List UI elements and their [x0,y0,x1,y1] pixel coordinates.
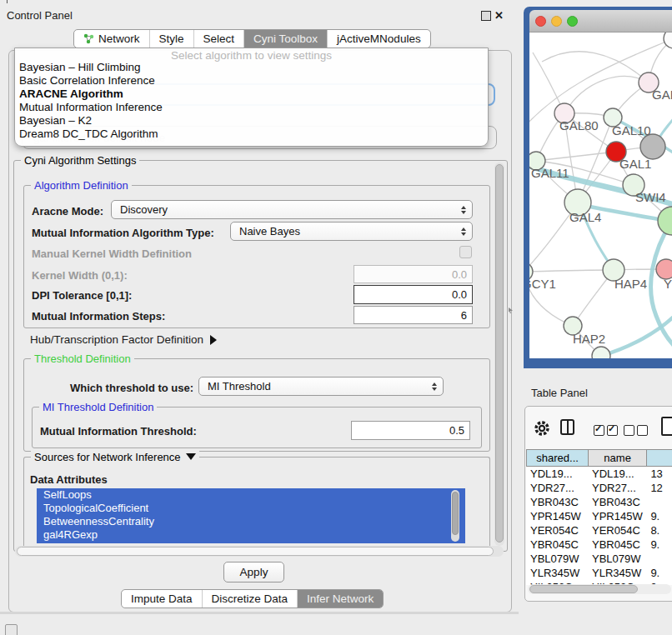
attribute-item-betweennesscentrality[interactable]: BetweennessCentrality [37,515,465,528]
table-cell: YBR043C [588,496,646,508]
panel-bottom-divider [0,612,519,614]
table-cell: YDL19... [588,468,646,480]
table-row[interactable]: YBL079WYBL079W [526,552,672,566]
network-icon [83,33,94,44]
table-cell: 9. [646,538,672,551]
tab-label: Impute Data [131,592,193,605]
table-cell: YDL19... [526,468,588,480]
table-cell: YER054C [588,524,646,537]
mi-threshold-field[interactable]: 0.5 [351,421,470,440]
table-row[interactable]: YBR045CYBR045C9. [526,538,672,552]
minimize-traffic-light-icon[interactable] [551,16,562,27]
expand-right-icon [210,335,217,345]
node-label: Y [664,277,672,291]
algorithm-item-bayesian-k2[interactable]: Bayesian – K2 [15,114,488,128]
network-node[interactable] [658,207,672,235]
tab-network[interactable]: Network [74,30,149,48]
close-traffic-light-icon[interactable] [535,16,546,27]
which-threshold-value: MI Threshold [208,380,271,392]
algorithm-dropdown-overlay: Select algorithm to view settings Bayesi… [14,48,489,147]
stepper-arrows-icon [461,228,466,236]
attribute-item-selfloops[interactable]: SelfLoops [37,488,465,502]
network-window-titlebar[interactable] [529,10,672,32]
manual-kernel-checkbox[interactable] [459,246,472,258]
manual-kernel-label: Manual Kernel Width Definition [32,248,192,260]
settings-vertical-scrollbar[interactable] [494,162,504,546]
tab-style[interactable]: Style [149,30,193,48]
algorithm-item-mutual-information-inference[interactable]: Mutual Information Inference [15,101,488,114]
network-graph[interactable]: GALGAL80GAL10GAL1GAL11SWI4GAL4GCY1HAP4YH… [529,32,672,358]
unchecked-columns-icon[interactable] [624,424,650,439]
checked-columns-icon[interactable] [594,424,620,439]
bottom-tab-discretize-data[interactable]: Discretize Data [202,590,298,608]
sources-group-title[interactable]: Sources for Network Inference [31,451,199,463]
algorithm-item-basic-correlation-inference[interactable]: Basic Correlation Inference [15,74,488,88]
network-node[interactable] [640,134,665,159]
cyni-settings-group-title: Cyni Algorithm Settings [21,154,139,167]
bottom-tab-impute-data[interactable]: Impute Data [122,590,202,608]
table-cell: 9. [646,567,672,579]
table-row[interactable]: YLR345WYLR345W9. [526,566,672,580]
mi-type-value: Naive Bayes [239,225,300,238]
mi-steps-field[interactable]: 6 [354,306,473,324]
network-window[interactable]: GALGAL80GAL10GAL1GAL11SWI4GAL4GCY1HAP4YH… [524,7,672,368]
zoom-traffic-light-icon[interactable] [567,16,578,27]
tab-cyni-toolbox[interactable]: Cyni Toolbox [243,30,327,48]
close-panel-icon[interactable]: ✕ [494,9,504,22]
settings-horizontal-scrollbar[interactable] [15,546,504,557]
kernel-width-label: Kernel Width (0,1): [32,269,128,282]
algorithm-item-aracne-algorithm[interactable]: ARACNE Algorithm [15,88,488,101]
tab-jactivemnodules[interactable]: jActiveMNodules [327,30,430,48]
algorithm-item-bayesian-hill-climbing[interactable]: Bayesian – Hill Climbing [15,61,488,74]
app-screen: Control Panel ✕ NetworkStyleSelectCyni T… [0,0,672,635]
node-label: GAL11 [531,166,569,180]
attributes-list-scrollbar[interactable] [451,490,459,542]
tab-label: Discretize Data [212,592,288,605]
table-row[interactable]: YDL19...YDL19...13 [526,467,672,481]
which-threshold-label: Which threshold to use: [70,382,193,394]
algorithm-item-dream8-dc-tdc-algorithm[interactable]: Dream8 DC_TDC Algorithm [15,128,488,141]
aracne-mode-label: Aracne Mode: [32,205,103,218]
table-row[interactable]: YDR27...YDR27...12 [526,481,672,495]
gear-icon[interactable] [534,420,550,437]
network-canvas[interactable]: GALGAL80GAL10GAL1GAL11SWI4GAL4GCY1HAP4YH… [529,32,672,358]
minimized-panel-icon[interactable] [5,624,18,635]
aracne-mode-combo[interactable]: Discovery [111,200,473,219]
table-cell: 9. [646,510,672,522]
table-cell: YBR043C [526,496,588,508]
table-row[interactable]: YBR043CYBR043C [526,495,672,509]
float-panel-icon[interactable] [481,11,491,21]
network-node[interactable] [592,347,610,358]
control-panel-title: Control Panel [7,9,73,22]
column-header-shared[interactable]: shared... [527,450,588,466]
table-cell: YBR045C [526,538,588,551]
table-horizontal-scrollbar[interactable] [528,584,671,594]
table-row[interactable]: YER054CYER054C8. [526,523,672,538]
algorithm-definition-title: Algorithm Definition [31,179,132,192]
mi-type-combo[interactable]: Naive Bayes [230,222,473,241]
top-left-tick [7,0,8,3]
dpi-tolerance-field[interactable]: 0.0 [354,285,473,304]
apply-button[interactable]: Apply [223,562,284,582]
kernel-width-field[interactable]: 0.0 [354,265,473,283]
table-row[interactable]: YPR145WYPR145W9. [526,509,672,523]
table-cell: YLR345W [588,567,646,579]
column-header-extra[interactable] [646,450,672,466]
attribute-table: shared...nameYDL19...YDL19...13YDR27...Y… [526,449,672,585]
network-edge-highlighted [601,312,672,356]
split-pane-icon[interactable] [560,419,574,435]
column-header-name[interactable]: name [588,450,646,466]
table-cell: 13 [646,468,672,480]
bottom-tab-infer-network[interactable]: Infer Network [297,590,383,608]
which-threshold-combo[interactable]: MI Threshold [198,377,444,396]
hub-definition-expander[interactable]: Hub/Transcription Factor Definition [30,333,217,346]
attribute-item-topologicalcoefficient[interactable]: TopologicalCoefficient [37,502,465,515]
node-label: GAL1 [619,157,651,171]
node-label: SWI4 [635,190,666,204]
tab-select[interactable]: Select [193,30,244,48]
mi-threshold-label: Mutual Information Threshold: [40,425,197,438]
document-icon[interactable] [661,417,672,436]
threshold-definition-title: Threshold Definition [31,352,134,365]
tab-label: Style [159,32,184,45]
attribute-item-gal4rgexp[interactable]: gal4RGexp [37,528,465,542]
